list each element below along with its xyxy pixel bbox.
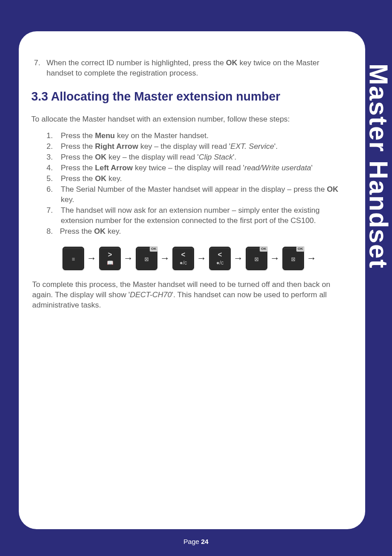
step-row: 5.Press the OK key. [46, 174, 349, 184]
left-arrow-key-1: <●/c [173, 247, 194, 270]
arrow-icon: → [123, 252, 133, 265]
prior-step-number: 7. [31, 58, 46, 79]
step-text: Press the OK key – the display will read… [61, 152, 349, 163]
step-number: 2. [46, 142, 61, 152]
final-paragraph: To complete this process, the Master han… [31, 280, 353, 311]
arrow-icon: → [233, 252, 243, 265]
arrow-icon: → [87, 252, 97, 265]
step-row: 1.Press the Menu key on the Master hands… [46, 131, 349, 141]
prior-step-7: 7. When the correct ID number is highlig… [31, 58, 353, 79]
ok-key-1: OK⊠ [136, 247, 157, 270]
right-arrow-key: >📖 [99, 247, 121, 270]
page-content: 7. When the correct ID number is highlig… [19, 31, 365, 529]
step-row: 6.The Serial Number of the Master handse… [46, 185, 349, 205]
step-row: 3.Press the OK key – the display will re… [46, 152, 349, 163]
side-tab: Master Handset [365, 32, 392, 300]
step-text: Press the Menu key on the Master handset… [61, 131, 349, 141]
step-number: 7. [46, 206, 61, 226]
prior-step-text: When the correct ID number is highlighte… [46, 58, 353, 79]
ok-key-3: OK⊠ [282, 247, 304, 270]
step-row: 8.Press the OK key. [46, 227, 349, 237]
intro-text: To allocate the Master handset with an e… [31, 114, 353, 125]
left-arrow-key-2: <●/c [209, 247, 231, 270]
ok-key-2: OK⊠ [246, 247, 267, 270]
arrow-icon: → [160, 252, 170, 265]
step-row: 4.Press the Left Arrow key twice – the d… [46, 163, 349, 173]
ok-label-icon: OK [260, 246, 268, 252]
ok-label-icon: OK [150, 246, 158, 252]
section-heading: 3.3 Allocating the Master extension numb… [31, 88, 353, 105]
button-sequence: ≡→>📖→OK⊠→<●/c→<●/c→OK⊠→OK⊠→ [63, 247, 353, 270]
step-text: Press the Right Arrow key – the display … [61, 142, 349, 152]
step-text: The handset will now ask for an extensio… [61, 206, 349, 226]
step-number: 8. [46, 227, 60, 237]
step-row: 7.The handset will now ask for an extens… [46, 206, 349, 226]
arrow-icon: → [197, 252, 207, 265]
page-footer: Page 24 [0, 538, 392, 545]
arrow-icon: → [270, 252, 280, 265]
page-label: Page [184, 538, 201, 545]
step-number: 5. [46, 174, 61, 184]
step-text: The Serial Number of the Master handset … [61, 185, 349, 205]
page-number: 24 [201, 538, 209, 545]
step-number: 4. [46, 163, 61, 173]
menu-key: ≡ [63, 247, 84, 270]
side-tab-label: Master Handset [364, 63, 392, 269]
ok-label-icon: OK [296, 246, 304, 252]
steps-list: 1.Press the Menu key on the Master hands… [31, 131, 353, 236]
step-text: Press the OK key. [61, 174, 349, 184]
step-number: 3. [46, 152, 61, 163]
arrow-icon: → [307, 252, 316, 265]
step-text: Press the Left Arrow key twice – the dis… [61, 163, 349, 173]
step-text: Press the OK key. [60, 227, 349, 237]
step-number: 1. [46, 131, 61, 141]
step-row: 2.Press the Right Arrow key – the displa… [46, 142, 349, 152]
step-number: 6. [46, 185, 61, 205]
